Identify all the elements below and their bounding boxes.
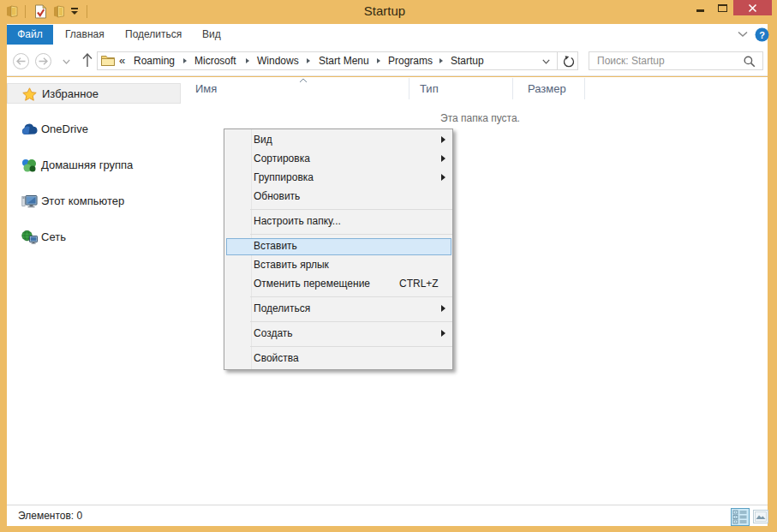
svg-text:?: ?	[759, 30, 765, 40]
